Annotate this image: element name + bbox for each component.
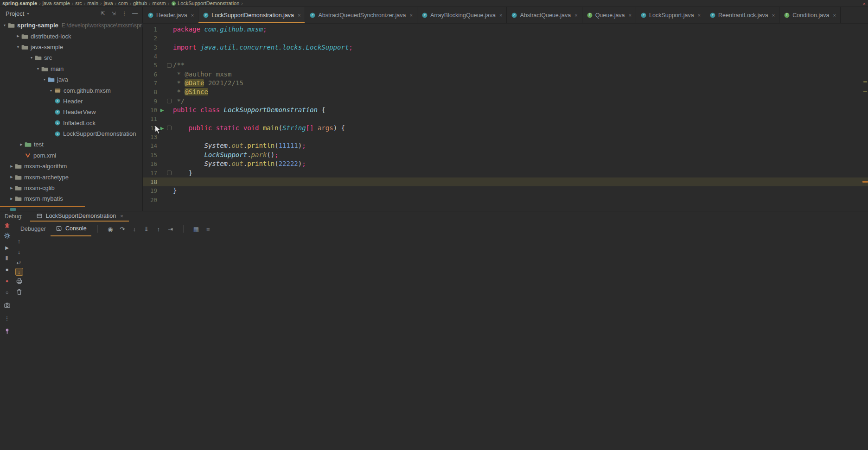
view-breakpoints-icon[interactable]: ● [3, 277, 11, 285]
close-tab-icon[interactable]: × [698, 13, 701, 18]
line-number[interactable]: 5 [143, 61, 159, 70]
line-number[interactable]: 14 [143, 141, 159, 150]
code-line-5[interactable]: 5/** [143, 61, 868, 70]
close-tab-icon[interactable]: × [499, 13, 502, 18]
close-tab-icon[interactable]: × [833, 13, 836, 18]
tree-item-java[interactable]: ▼java [0, 74, 142, 85]
line-number[interactable]: 2 [143, 34, 159, 43]
fold-end-icon[interactable] [166, 99, 173, 103]
fold-start-icon[interactable] [166, 63, 173, 68]
tree-item-spring-sample[interactable]: ▼spring-sampleE:\develop\workspace\mxsm\… [0, 20, 142, 31]
chevron-expanded-icon[interactable]: ▼ [35, 67, 41, 70]
code-line-16[interactable]: 16 System.out.println(22222); [143, 159, 868, 168]
hide-panel-icon[interactable]: — [131, 10, 139, 17]
tab-console[interactable]: Console [51, 222, 91, 236]
line-number[interactable]: 10 [143, 106, 159, 114]
editor-tab-reentrantlock-java[interactable]: cReentrantLock.java× [705, 7, 779, 23]
force-step-into-icon[interactable]: ⇓ [143, 225, 150, 233]
tab-debugger[interactable]: Debugger [16, 222, 51, 236]
line-number[interactable]: 18 [143, 177, 159, 186]
code-line-4[interactable]: 4 [143, 52, 868, 61]
chevron-collapsed-icon[interactable]: ▶ [15, 34, 21, 38]
collapse-icon[interactable]: ⇲ [110, 10, 117, 17]
chevron-expanded-icon[interactable]: ▼ [29, 56, 34, 59]
code-editor[interactable]: 1package com.github.mxsm;23import java.u… [143, 24, 868, 211]
tree-item-mxsm-archetype[interactable]: ▶mxsm-archetype [0, 171, 142, 182]
tree-item-mxsm-cglib[interactable]: ▶mxsm-cglib [0, 183, 142, 193]
line-number[interactable]: 4 [143, 52, 159, 61]
code-line-8[interactable]: 8 * @Since [143, 88, 868, 96]
line-number[interactable]: 11 [143, 114, 159, 123]
chevron-collapsed-icon[interactable]: ▶ [19, 143, 24, 146]
code-line-2[interactable]: 2 [143, 34, 868, 43]
code-line-19[interactable]: 19} [143, 186, 868, 195]
close-tab-icon[interactable]: × [629, 13, 632, 18]
print-icon[interactable] [15, 277, 23, 285]
tree-item-headerview[interactable]: cHeaderView [0, 107, 142, 117]
step-over-icon[interactable]: ↷ [119, 225, 126, 233]
breadcrumb-item[interactable]: src [75, 0, 82, 6]
editor-tab-locksupport-java[interactable]: cLockSupport.java× [636, 7, 705, 23]
line-number[interactable]: 20 [143, 196, 159, 204]
scroll-to-end-icon[interactable]: ↓ [15, 268, 23, 276]
tree-item-src[interactable]: ▼src [0, 52, 142, 63]
run-gutter-icon[interactable]: ▶ [159, 106, 166, 114]
rerun-debugger-icon[interactable] [3, 222, 11, 229]
step-out-icon[interactable]: ↑ [155, 225, 162, 233]
run-gutter-icon[interactable]: ▶ [159, 124, 166, 133]
expand-icon[interactable]: ⇱ [99, 10, 107, 17]
more-icon[interactable]: ⋮ [3, 315, 11, 322]
settings-gear-icon[interactable] [3, 232, 11, 239]
tree-item-locksupportdemonstration[interactable]: cLockSupportDemonstration [0, 128, 142, 139]
debug-session-tab[interactable]: LockSupportDemonstration × [30, 211, 129, 222]
breadcrumb-item[interactable]: mxsm [152, 0, 166, 6]
line-number[interactable]: 9 [143, 97, 159, 106]
resume-icon[interactable]: ▶ [3, 244, 11, 251]
pause-icon[interactable]: Ⅱ [3, 254, 11, 262]
restore-layout-icon[interactable]: ▦ [192, 225, 200, 233]
console-output[interactable] [24, 236, 868, 450]
execution-point-icon[interactable]: ◉ [107, 225, 114, 233]
mute-breakpoints-icon[interactable]: ○ [3, 289, 11, 296]
run-to-cursor-icon[interactable]: ⇥ [167, 225, 174, 233]
soft-wrap-icon[interactable]: ↵ [15, 259, 23, 266]
stop-icon[interactable]: ■ [3, 266, 11, 273]
close-tab-icon[interactable]: × [409, 13, 412, 18]
breadcrumb-item[interactable]: com [118, 0, 128, 6]
code-line-9[interactable]: 9 */ [143, 97, 868, 106]
editor-tab-abstractqueuedsynchronizer-java[interactable]: cAbstractQueuedSynchronizer.java× [305, 7, 417, 23]
fold-end-icon[interactable] [166, 171, 173, 175]
close-tab-icon[interactable]: × [120, 213, 123, 219]
pin-icon[interactable] [3, 327, 11, 335]
breadcrumb-item[interactable]: cLockSupportDemonstration [171, 0, 239, 6]
editor-tab-arrayblockingqueue-java[interactable]: cArrayBlockingQueue.java× [417, 7, 507, 23]
close-tab-icon[interactable]: × [772, 13, 775, 18]
code-line-3[interactable]: 3import java.util.concurrent.locks.LockS… [143, 43, 868, 52]
code-line-10[interactable]: 10▶public class LockSupportDemonstration… [143, 106, 868, 114]
scroll-up-icon[interactable]: ↑ [15, 237, 23, 245]
close-tab-icon[interactable]: × [298, 13, 300, 18]
code-line-13[interactable]: 13 [143, 133, 868, 141]
chevron-collapsed-icon[interactable]: ▶ [9, 165, 14, 168]
tree-item-main[interactable]: ▼main [0, 63, 142, 74]
tree-item-pom-xml[interactable]: pom.xml [0, 150, 142, 161]
chevron-collapsed-icon[interactable]: ▶ [9, 186, 14, 190]
code-line-1[interactable]: 1package com.github.mxsm; [143, 25, 868, 34]
scroll-down-icon[interactable]: ↓ [15, 248, 23, 255]
line-number[interactable]: 16 [143, 159, 159, 168]
chevron-collapsed-icon[interactable]: ▶ [9, 175, 14, 179]
editor-tab-queue-java[interactable]: IQueue.java× [582, 7, 636, 23]
breadcrumb-item[interactable]: github [133, 0, 147, 6]
breadcrumb-item[interactable]: java [103, 0, 113, 6]
tree-item-header[interactable]: cHeader [0, 96, 142, 107]
close-tab-icon[interactable]: × [574, 13, 577, 18]
tree-item-test[interactable]: ▶test [0, 139, 142, 150]
chevron-down-icon[interactable]: ▾ [27, 12, 29, 16]
line-number[interactable]: 6 [143, 70, 159, 79]
tree-item-mxsm-mybatis[interactable]: ▶mxsm-mybatis [0, 193, 142, 204]
code-line-12[interactable]: 12▶ public static void main(String[] arg… [143, 124, 868, 133]
caret-stripe-mark[interactable] [862, 181, 868, 183]
line-number[interactable]: 1 [143, 25, 159, 34]
code-line-6[interactable]: 6 * @author mxsm [143, 70, 868, 79]
line-number[interactable]: 17 [143, 169, 159, 177]
